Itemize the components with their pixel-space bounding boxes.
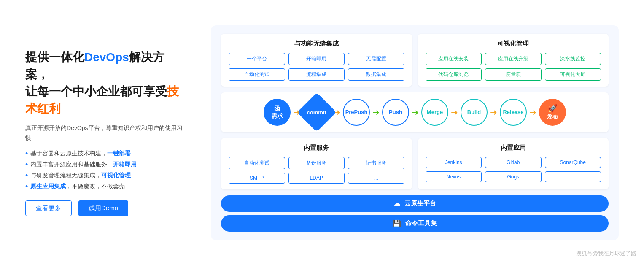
app-sonarqube: SonarQube: [545, 157, 601, 168]
svc-more: ...: [348, 173, 404, 184]
pipeline-node-build: Build: [461, 99, 488, 126]
banner-cmd: 💾 命令工具集: [221, 215, 609, 232]
app-gitlab: Gitlab: [485, 157, 542, 168]
service-tag-grid: 自动化测试 备份服务 证书服务 SMTP LDAP ...: [229, 157, 404, 184]
banner-cmd-text: 命令工具集: [405, 219, 437, 227]
tag-repo-browse: 代码仓库浏览: [426, 68, 482, 81]
arrow-7: ➜: [529, 107, 536, 117]
bullet-2: 内置丰富开源应用和基础服务，开箱即用: [25, 161, 186, 168]
service-row: 内置服务 自动化测试 备份服务 证书服务 SMTP LDAP ... 内置应用 …: [221, 138, 609, 189]
feature-visual-title: 可视化管理: [426, 40, 601, 48]
tag-out-of-box: 开箱即用: [288, 53, 345, 65]
right-panel: 与功能无缝集成 一个平台 开箱即用 无需配置 自动化测试 流程集成 数据集成 可…: [211, 25, 619, 240]
trial-button[interactable]: 试用Demo: [78, 200, 128, 216]
banner-cloud-text: 云原生平台: [404, 200, 436, 208]
app-gogs: Gogs: [485, 171, 542, 182]
tag-no-config: 无需配置: [348, 53, 404, 65]
svc-backup: 备份服务: [288, 157, 345, 169]
feature-seamless-title: 与功能无缝集成: [229, 40, 404, 48]
app-nexus: Nexus: [426, 171, 482, 182]
feature-seamless-box: 与功能无缝集成 一个平台 开箱即用 无需配置 自动化测试 流程集成 数据集成: [221, 34, 412, 87]
app-builtin-box: 内置应用 Jenkins Gitlab SonarQube Nexus Gogs…: [418, 138, 609, 189]
pipeline-row: 函 需求 ➜ commit ➜ PrePush ➜ Push ➜: [221, 92, 609, 132]
title-line2-start: 让每一个中小企业都可享受: [25, 85, 167, 98]
bullet-4: 原生应用集成，不做魔改，不做套壳: [25, 183, 186, 190]
tag-visual-screen: 可视化大屏: [545, 68, 601, 81]
pipeline-node-demand: 函 需求: [264, 99, 291, 126]
pipeline-node-deploy: 🚀 发布: [539, 99, 566, 126]
seamless-tag-grid: 一个平台 开箱即用 无需配置 自动化测试 流程集成 数据集成: [229, 53, 404, 81]
banner-row: ☁ 云原生平台 💾 命令工具集: [221, 195, 609, 232]
svc-ldap: LDAP: [288, 173, 345, 184]
feature-row: 与功能无缝集成 一个平台 开箱即用 无需配置 自动化测试 流程集成 数据集成 可…: [221, 34, 609, 87]
tag-pipeline-monitor: 流水线监控: [545, 53, 601, 65]
service-builtin-title: 内置服务: [229, 144, 404, 152]
banner-cloud: ☁ 云原生平台: [221, 195, 609, 212]
svc-auto-test: 自动化测试: [229, 157, 285, 169]
app-jenkins: Jenkins: [426, 157, 482, 168]
app-tag-grid: Jenkins Gitlab SonarQube Nexus Gogs ...: [426, 157, 601, 182]
btn-group: 查看更多 试用Demo: [25, 200, 186, 216]
tag-process-integration: 流程集成: [288, 68, 345, 81]
service-builtin-box: 内置服务 自动化测试 备份服务 证书服务 SMTP LDAP ...: [221, 138, 412, 189]
cmd-icon: 💾: [393, 219, 401, 227]
svc-smtp: SMTP: [229, 173, 285, 184]
main-title: 提供一体化DevOps解决方案， 让每一个中小企业都可享受技术红利: [25, 49, 186, 117]
title-text-before-devops: 提供一体化: [25, 51, 84, 64]
subtitle: 真正开源开放的DevOps平台，尊重知识产权和用户的使用习惯: [25, 123, 186, 142]
circle-release: Release: [500, 99, 527, 126]
tag-one-platform: 一个平台: [229, 53, 285, 65]
bullet-1: 基于容器和云原生技术构建，一键部署: [25, 150, 186, 157]
pipeline-node-push: Push: [382, 99, 409, 126]
arrow-5: ➜: [451, 107, 458, 117]
cloud-icon: ☁: [393, 200, 400, 208]
view-more-button[interactable]: 查看更多: [25, 200, 72, 216]
circle-merge: Merge: [421, 99, 448, 126]
pipeline-node-release: Release: [500, 99, 527, 126]
feature-visual-box: 可视化管理 应用在线安装 应用在线升级 流水线监控 代码仓库浏览 度量项 可视化…: [418, 34, 609, 87]
visual-tag-grid: 应用在线安装 应用在线升级 流水线监控 代码仓库浏览 度量项 可视化大屏: [426, 53, 601, 81]
arrow-6: ➜: [490, 107, 497, 117]
tag-data-integration: 数据集成: [348, 68, 404, 81]
circle-demand: 函 需求: [264, 99, 291, 126]
svc-cert: 证书服务: [348, 157, 404, 169]
app-builtin-title: 内置应用: [426, 144, 601, 152]
watermark: 搜狐号@我在月球迷了路: [576, 250, 636, 257]
tag-app-install: 应用在线安装: [426, 53, 482, 65]
circle-prepush: PrePush: [343, 99, 370, 126]
bullet-list: 基于容器和云原生技术构建，一键部署 内置丰富开源应用和基础服务，开箱即用 与研发…: [25, 150, 186, 190]
pipeline-node-commit: commit: [303, 98, 331, 126]
pipeline-node-merge: Merge: [421, 99, 448, 126]
tag-app-upgrade: 应用在线升级: [485, 53, 542, 65]
left-panel: 提供一体化DevOps解决方案， 让每一个中小企业都可享受技术红利 真正开源开放…: [25, 49, 186, 216]
circle-push: Push: [382, 99, 409, 126]
arrow-4: ➜: [412, 107, 419, 117]
tag-metrics: 度量项: [485, 68, 542, 81]
diamond-commit: commit: [297, 92, 336, 132]
tag-auto-test: 自动化测试: [229, 68, 285, 81]
circle-deploy: 🚀 发布: [539, 99, 566, 126]
bullet-3: 与研发管理流程无缝集成，可视化管理: [25, 172, 186, 179]
pipeline-node-prepush: PrePush: [343, 99, 370, 126]
arrow-3: ➜: [372, 107, 380, 117]
app-more: ...: [545, 171, 601, 182]
title-devops: DevOps: [84, 51, 129, 64]
circle-build: Build: [461, 99, 488, 126]
